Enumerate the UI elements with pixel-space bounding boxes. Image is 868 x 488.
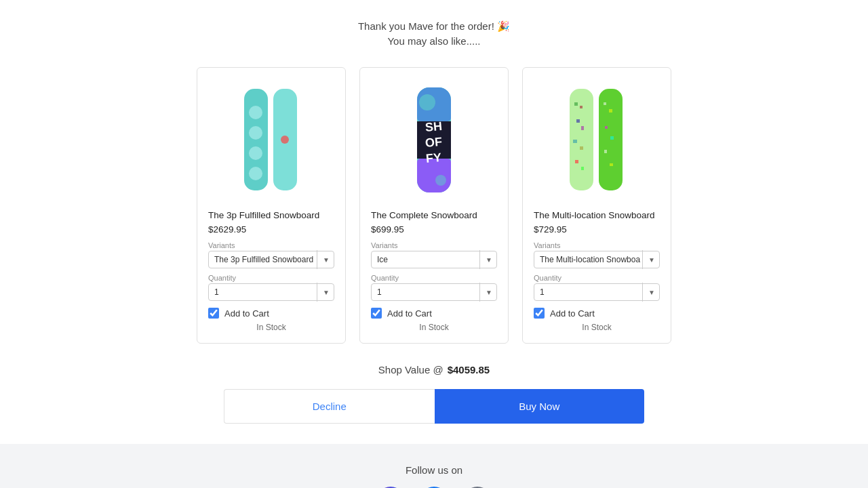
shop-value-section: Shop Value @ $4059.85 xyxy=(0,357,868,389)
svg-rect-30 xyxy=(610,136,614,140)
stock-status-3: In Stock xyxy=(534,323,660,332)
product-2-quantity-group: Quantity 1 2 3 ▼ xyxy=(371,274,497,301)
action-buttons: Decline Buy Now xyxy=(210,389,658,444)
svg-text:SH: SH xyxy=(425,119,443,134)
product-card-2: SH OF FY The Complete Snowboard $699.95 … xyxy=(359,67,509,344)
select-divider-qty-3 xyxy=(642,283,643,302)
svg-rect-22 xyxy=(573,140,577,143)
svg-point-16 xyxy=(435,175,446,186)
quantity-label-1: Quantity xyxy=(208,274,334,282)
stock-status-1: In Stock xyxy=(208,323,334,332)
product-3-variants-group: Variants The Multi-location Snowboard ▼ xyxy=(534,241,660,268)
svg-point-4 xyxy=(249,167,262,180)
svg-rect-31 xyxy=(604,150,607,153)
product-3-price: $729.95 xyxy=(534,224,660,235)
follow-section: Follow us on xyxy=(0,444,868,488)
add-to-cart-row-1: Add to Cart xyxy=(208,308,334,319)
add-to-cart-label-2: Add to Cart xyxy=(387,308,432,319)
buy-now-button[interactable]: Buy Now xyxy=(435,389,645,424)
svg-rect-23 xyxy=(580,146,583,150)
variants-label-2: Variants xyxy=(371,241,497,249)
quantity-select-2[interactable]: 1 2 3 xyxy=(372,284,496,300)
variants-select-wrapper-2[interactable]: Ice Snow ▼ xyxy=(371,251,497,268)
quantity-label-2: Quantity xyxy=(371,274,497,282)
product-1-quantity-group: Quantity 1 2 3 ▼ xyxy=(208,274,334,301)
svg-rect-18 xyxy=(574,102,578,106)
decline-button[interactable]: Decline xyxy=(224,389,435,424)
shop-value-amount: $4059.85 xyxy=(448,364,490,375)
svg-text:OF: OF xyxy=(425,135,443,150)
variants-label-3: Variants xyxy=(534,241,660,249)
variants-select-wrapper-3[interactable]: The Multi-location Snowboard ▼ xyxy=(534,251,660,268)
product-card-1: The 3p Fulfilled Snowboard $2629.95 Vari… xyxy=(197,67,346,344)
svg-point-1 xyxy=(249,106,262,119)
quantity-select-3[interactable]: 1 2 3 xyxy=(534,284,659,300)
product-image-1 xyxy=(208,79,334,201)
select-divider-qty-1 xyxy=(317,283,317,302)
svg-rect-20 xyxy=(576,119,580,123)
shop-value-label: Shop Value @ xyxy=(378,364,443,375)
quantity-select-wrapper-2[interactable]: 1 2 3 ▼ xyxy=(371,283,497,301)
product-1-name: The 3p Fulfilled Snowboard xyxy=(208,210,334,220)
variants-select-2[interactable]: Ice Snow xyxy=(372,251,496,268)
product-3-quantity-group: Quantity 1 2 3 ▼ xyxy=(534,274,660,301)
variants-select-1[interactable]: The 3p Fulfilled Snowboard xyxy=(209,251,334,268)
may-also-like-text: You may also like..... xyxy=(0,35,868,47)
product-1-variants-group: Variants The 3p Fulfilled Snowboard ▼ xyxy=(208,241,334,268)
quantity-select-wrapper-1[interactable]: 1 2 3 ▼ xyxy=(208,283,334,301)
svg-point-3 xyxy=(249,146,262,160)
product-image-2: SH OF FY xyxy=(371,79,497,201)
quantity-select-1[interactable]: 1 2 3 xyxy=(209,284,334,300)
add-to-cart-row-2: Add to Cart xyxy=(371,308,497,319)
svg-text:FY: FY xyxy=(425,150,442,165)
product-2-name: The Complete Snowboard xyxy=(371,210,497,220)
product-card-3: The Multi-location Snowboard $729.95 Var… xyxy=(522,67,671,344)
variants-select-wrapper-1[interactable]: The 3p Fulfilled Snowboard ▼ xyxy=(208,251,334,268)
quantity-select-wrapper-3[interactable]: 1 2 3 ▼ xyxy=(534,283,660,301)
variants-label-1: Variants xyxy=(208,241,334,249)
product-image-3 xyxy=(534,79,660,201)
variants-select-3[interactable]: The Multi-location Snowboard xyxy=(534,251,659,268)
product-2-price: $699.95 xyxy=(371,224,497,235)
product-3-name: The Multi-location Snowboard xyxy=(534,210,660,220)
svg-rect-19 xyxy=(580,106,583,108)
follow-title: Follow us on xyxy=(0,464,868,476)
svg-rect-24 xyxy=(575,160,578,163)
quantity-label-3: Quantity xyxy=(534,274,660,282)
select-divider-qty-2 xyxy=(479,283,480,302)
svg-rect-29 xyxy=(605,126,608,129)
product-2-variants-group: Variants Ice Snow ▼ xyxy=(371,241,497,268)
select-divider-2 xyxy=(479,250,480,269)
svg-rect-28 xyxy=(609,109,612,113)
svg-point-15 xyxy=(419,94,435,110)
thank-you-text: Thank you Mave for the order! 🎉 xyxy=(0,20,868,33)
thank-you-section: Thank you Mave for the order! 🎉 You may … xyxy=(0,14,868,60)
select-divider-1 xyxy=(317,250,317,269)
select-divider-3 xyxy=(642,250,643,269)
add-to-cart-label-1: Add to Cart xyxy=(224,308,269,319)
add-to-cart-row-3: Add to Cart xyxy=(534,308,660,319)
add-to-cart-checkbox-1[interactable] xyxy=(208,308,219,319)
svg-rect-21 xyxy=(581,126,584,130)
add-to-cart-checkbox-2[interactable] xyxy=(371,308,382,319)
svg-rect-25 xyxy=(581,167,584,170)
products-grid: The 3p Fulfilled Snowboard $2629.95 Vari… xyxy=(0,60,868,357)
add-to-cart-label-3: Add to Cart xyxy=(550,308,595,319)
svg-rect-32 xyxy=(610,163,613,166)
svg-point-6 xyxy=(281,136,289,144)
stock-status-2: In Stock xyxy=(371,323,497,332)
product-1-price: $2629.95 xyxy=(208,224,334,235)
svg-point-2 xyxy=(249,126,262,140)
add-to-cart-checkbox-3[interactable] xyxy=(534,308,545,319)
svg-rect-27 xyxy=(604,102,606,105)
